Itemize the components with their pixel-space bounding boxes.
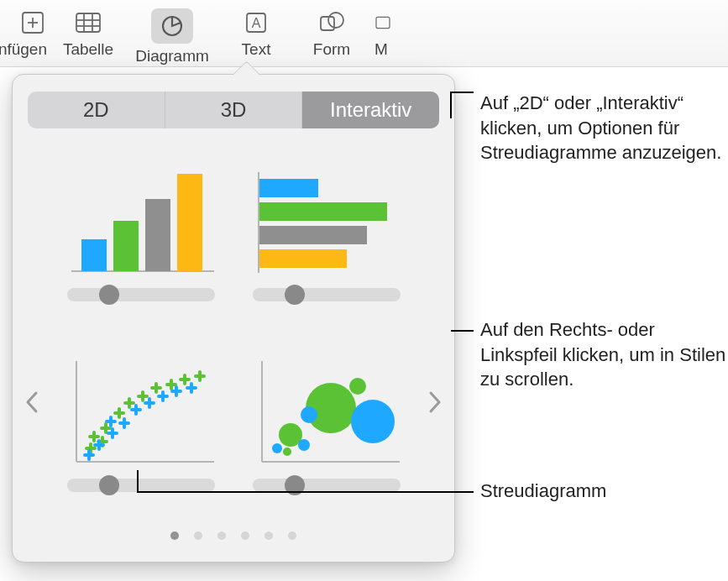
toolbar-item-media[interactable]: M [369, 5, 395, 59]
style-slider[interactable] [67, 479, 215, 492]
svg-point-29 [272, 443, 282, 453]
svg-rect-15 [81, 239, 107, 271]
callout-arrow-hint: Auf den Rechts- oder Linkspfeil klicken,… [480, 317, 728, 392]
svg-point-35 [349, 378, 366, 395]
chart-style-grid [13, 142, 454, 510]
toolbar-label: nfügen [0, 40, 47, 59]
svg-rect-20 [259, 179, 318, 197]
column-chart-icon [65, 164, 217, 280]
chart-popover: 2D 3D Interaktiv [12, 74, 455, 563]
toolbar-item-text[interactable]: A Text [218, 5, 294, 59]
svg-rect-16 [113, 221, 139, 271]
page-dot[interactable] [217, 531, 226, 540]
callout-scatter-label: Streudiagramm [480, 479, 728, 504]
chart-type-scatter[interactable] [65, 354, 217, 492]
svg-point-31 [298, 439, 310, 451]
segment-control: 2D 3D Interaktiv [28, 92, 439, 128]
next-style-arrow[interactable] [424, 385, 446, 419]
page-dot[interactable] [264, 531, 273, 540]
toolbar-item-insert[interactable]: nfügen [0, 5, 50, 59]
bubble-chart-icon [250, 354, 403, 470]
callout-line [450, 92, 452, 118]
bar-chart-icon [250, 164, 403, 280]
page-dot[interactable] [241, 531, 249, 540]
svg-point-30 [283, 448, 291, 456]
svg-rect-23 [259, 249, 347, 268]
table-icon [74, 8, 102, 37]
page-dot[interactable] [288, 531, 296, 540]
svg-rect-18 [177, 174, 202, 271]
chart-type-bubble[interactable] [250, 354, 403, 492]
svg-rect-17 [145, 199, 170, 271]
style-slider[interactable] [253, 288, 401, 301]
svg-point-12 [328, 13, 343, 28]
toolbar-label: Diagramm [135, 47, 209, 65]
scatter-chart-icon [65, 354, 217, 470]
svg-text:A: A [252, 16, 261, 30]
chart-icon [158, 12, 186, 40]
callout-segment-hint: Auf „2D“ oder „Interaktiv“ klicken, um O… [480, 91, 728, 165]
toolbar-label: Text [242, 40, 271, 59]
prev-style-arrow[interactable] [21, 385, 43, 419]
segment-interactive[interactable]: Interaktiv [302, 92, 439, 128]
segment-2d[interactable]: 2D [28, 92, 165, 128]
segment-3d[interactable]: 3D [165, 92, 303, 128]
svg-point-33 [301, 406, 317, 423]
page-dot[interactable] [194, 531, 202, 540]
svg-rect-13 [376, 17, 390, 28]
svg-rect-21 [259, 202, 387, 221]
shape-icon [317, 8, 346, 37]
svg-rect-11 [321, 17, 334, 30]
toolbar-label: Tabelle [63, 40, 113, 59]
toolbar-label: Form [313, 40, 350, 59]
page-dot[interactable] [170, 531, 179, 540]
insert-icon [18, 8, 47, 37]
chart-type-column[interactable] [65, 164, 217, 301]
media-icon [374, 8, 391, 37]
page-dots [13, 531, 454, 540]
toolbar-item-table[interactable]: Tabelle [50, 5, 126, 59]
callout-line [137, 470, 139, 492]
svg-point-34 [351, 400, 395, 443]
toolbar-label: M [374, 40, 388, 59]
callout-line [451, 330, 474, 332]
toolbar: nfügen Tabelle Diagramm A [0, 0, 728, 67]
text-icon: A [242, 8, 270, 37]
callout-line [452, 92, 474, 93]
toolbar-item-chart[interactable]: Diagramm [126, 5, 218, 65]
chart-type-bar[interactable] [250, 164, 403, 301]
callout-line [137, 491, 474, 493]
svg-rect-3 [76, 13, 100, 32]
style-slider[interactable] [253, 479, 401, 492]
svg-rect-22 [259, 226, 367, 244]
style-slider[interactable] [67, 288, 215, 301]
toolbar-item-shape[interactable]: Form [294, 5, 369, 59]
